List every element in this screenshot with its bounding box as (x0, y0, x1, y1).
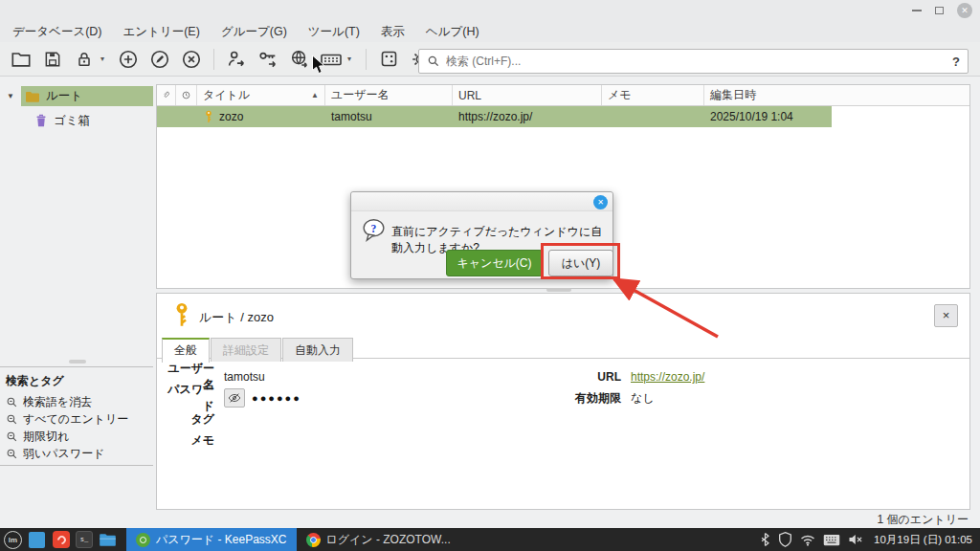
sort-ascending-icon: ▲ (311, 91, 319, 99)
memo-column-header[interactable]: メモ (602, 85, 704, 105)
password-label: パスワード (165, 382, 214, 414)
menu-database[interactable]: データベース(D) (2, 22, 113, 42)
copy-password-icon[interactable] (256, 48, 279, 71)
group-root[interactable]: ▼ ルート (0, 86, 153, 106)
save-database-icon[interactable] (41, 48, 64, 71)
all-entries-item[interactable]: すべてのエントリー (0, 410, 153, 428)
add-entry-icon[interactable] (117, 48, 140, 71)
lock-dropdown-caret[interactable]: ▾ (100, 55, 108, 63)
memo-label: メモ (165, 432, 214, 449)
copy-username-icon[interactable] (225, 48, 248, 71)
taskbar-chrome-window[interactable]: ログイン - ZOZOTOW... (297, 528, 460, 551)
weak-passwords-item[interactable]: 弱いパスワード (0, 445, 153, 462)
row-title-cell: zozo (197, 106, 325, 127)
shield-icon[interactable] (778, 532, 792, 547)
terminal-launcher-icon[interactable]: s_ (76, 531, 93, 548)
row-title-text: zozo (219, 110, 243, 123)
toolbar-separator (366, 49, 367, 70)
group-root-selected[interactable]: ルート (21, 86, 153, 106)
row-memo-cell (602, 106, 704, 127)
row-modified-cell: 2025/10/19 1:04 (704, 106, 830, 127)
show-desktop-icon[interactable] (29, 532, 45, 548)
dialog-close-icon[interactable]: ✕ (593, 195, 608, 209)
search-tag-icon (6, 448, 18, 460)
tab-advanced[interactable]: 詳細設定 (211, 338, 281, 362)
menu-group[interactable]: グループ(G) (211, 22, 298, 42)
row-attachment-cell (157, 106, 176, 127)
table-row[interactable]: zozo tamotsu https://zozo.jp/ 2025/10/19… (157, 106, 832, 127)
minimize-icon[interactable] (912, 10, 922, 11)
close-icon[interactable]: ✕ (957, 3, 972, 18)
chrome-icon (306, 533, 321, 547)
entry-breadcrumb: ルート / zozo (199, 309, 274, 326)
group-trash[interactable]: ゴミ箱 (34, 111, 90, 130)
window-titlebar: ✕ (0, 0, 980, 21)
attachment-column-header[interactable] (157, 85, 176, 105)
autotype-dropdown-caret[interactable]: ▾ (347, 55, 355, 63)
mint-menu-icon[interactable]: lm (4, 531, 22, 549)
toggle-password-button[interactable] (224, 388, 245, 408)
expander-icon[interactable]: ▼ (0, 92, 21, 100)
browser-launcher-icon[interactable] (53, 531, 70, 548)
entry-preview-panel: ルート / zozo × 全般 詳細設定 自動入力 ユーザー名 tamotsu … (156, 293, 970, 510)
search-tag-icon (6, 430, 18, 443)
preview-splitter-handle[interactable] (546, 288, 571, 292)
preview-close-button[interactable]: × (934, 304, 958, 327)
menu-help[interactable]: ヘルプ(H) (415, 22, 490, 42)
preview-fields-right: URL https://zozo.jp/ 有効期限 なし (501, 366, 903, 408)
file-manager-icon[interactable] (99, 532, 117, 547)
entry-key-icon (171, 302, 192, 328)
edit-entry-icon[interactable] (148, 48, 171, 71)
weak-passwords-label: 弱いパスワード (23, 446, 104, 462)
bluetooth-icon[interactable] (760, 532, 770, 547)
keepassxc-icon (136, 533, 150, 547)
copy-url-icon[interactable] (288, 48, 311, 71)
clear-search-item[interactable]: 検索語を消去 (0, 393, 153, 410)
maximize-icon[interactable] (935, 7, 944, 14)
tab-autotype[interactable]: 自動入力 (282, 338, 353, 362)
menu-entry[interactable]: エントリー(E) (113, 22, 211, 42)
group-root-label: ルート (46, 88, 82, 104)
password-generator-icon[interactable] (377, 48, 400, 71)
title-column-header[interactable]: タイトル ▲ (197, 85, 325, 105)
key-icon (203, 110, 214, 124)
chrome-window-title: ログイン - ZOZOTOW... (326, 532, 451, 548)
search-tags-header: 検索とタグ (0, 367, 153, 393)
mouse-cursor (311, 55, 326, 76)
url-column-header[interactable]: URL (453, 85, 602, 105)
lock-database-icon[interactable] (73, 48, 96, 71)
menu-view[interactable]: 表示 (370, 22, 415, 42)
annotation-arrow (601, 270, 725, 342)
clear-search-label: 検索語を消去 (23, 394, 92, 410)
svg-text:?: ? (371, 223, 377, 235)
group-trash-label: ゴミ箱 (54, 113, 90, 129)
clock[interactable]: 10月19日 (日) 01:05 (874, 533, 972, 547)
paperclip-icon (163, 89, 169, 101)
modified-column-header[interactable]: 編集日時 (704, 85, 830, 105)
username-column-header[interactable]: ユーザー名 (325, 85, 453, 105)
delete-entry-icon[interactable] (180, 48, 203, 71)
url-link[interactable]: https://zozo.jp/ (631, 370, 704, 384)
wifi-icon[interactable] (800, 534, 815, 546)
open-database-icon[interactable] (10, 48, 33, 71)
volume-muted-icon[interactable] (848, 533, 864, 546)
search-input[interactable] (446, 55, 947, 68)
expired-item[interactable]: 期限切れ (0, 428, 153, 445)
menu-tools[interactable]: ツール(T) (298, 22, 370, 42)
dialog-titlebar: ✕ (351, 192, 612, 211)
tab-general[interactable]: 全般 (162, 338, 210, 363)
taskbar-keepassxc-window[interactable]: パスワード - KeePassXC (126, 528, 297, 551)
question-bubble-icon: ? (361, 217, 387, 243)
search-and-tags-panel: 検索とタグ 検索語を消去 すべてのエントリー 期限切れ 弱いパスワード (0, 366, 153, 466)
clock-icon (182, 89, 190, 101)
folder-icon (25, 90, 40, 103)
expiry-column-header[interactable] (176, 85, 197, 105)
sidebar-splitter-handle[interactable] (69, 360, 86, 364)
menubar: データベース(D) エントリー(E) グループ(G) ツール(T) 表示 ヘルプ… (0, 21, 980, 42)
taskbar: lm s_ パスワード - KeePassXC ログイン - ZOZOTOW..… (0, 528, 980, 551)
keyboard-layout-icon[interactable] (823, 534, 840, 546)
browser-ring (56, 534, 68, 546)
row-username-cell: tamotsu (325, 106, 453, 127)
cancel-button[interactable]: キャンセル(C) (446, 250, 543, 276)
search-help-icon[interactable]: ? (952, 55, 960, 69)
